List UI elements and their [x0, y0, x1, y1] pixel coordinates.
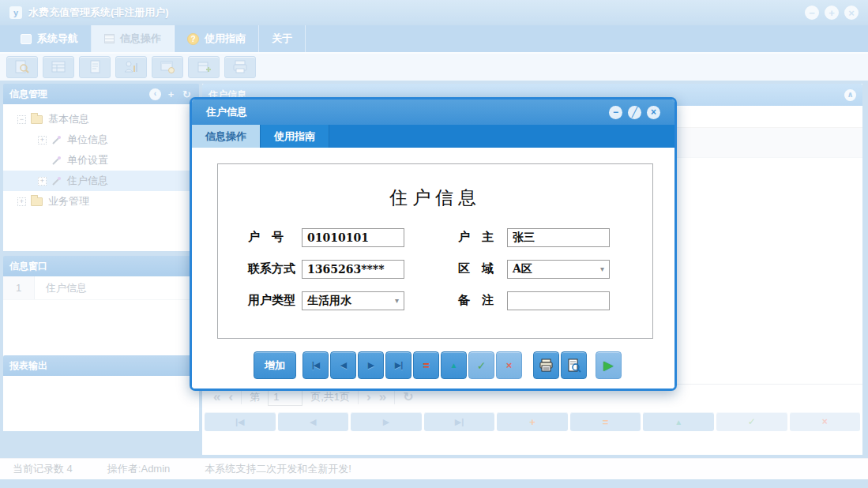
field-label-contact: 联系方式 — [248, 261, 302, 276]
edit-record-button[interactable]: ▲ — [441, 351, 467, 379]
user-type-select-value: 生活用水 — [307, 294, 351, 308]
field-label-user-type: 用户类型 — [248, 293, 302, 308]
region-select-value: A区 — [513, 262, 532, 276]
last-record-button[interactable]: ▶| — [385, 351, 411, 379]
dialog-title: 住户信息 — [206, 105, 247, 119]
field-label-account-no: 户 号 — [248, 230, 302, 245]
form-heading: 住户信息 — [218, 186, 652, 210]
print-preview-icon — [566, 358, 582, 373]
account-no-input[interactable] — [302, 228, 404, 247]
app-window: y 水费充值管理系统(非注册用户) − + × 系统导航 信息操作 ? 使用指南… — [0, 0, 868, 488]
dialog-button-bar: 增加 |◀ ◀ ▶ ▶| = ▲ ✓ × ▶ — [254, 351, 622, 379]
user-type-select[interactable]: 生活用水 ▾ — [302, 291, 404, 310]
last-record-icon: ▶| — [395, 360, 403, 370]
run-icon: ▶ — [603, 358, 613, 373]
resident-form: 住户信息 户 号 户 主 联系方式 区 域 A区 ▾ — [217, 163, 653, 339]
next-record-icon: ▶ — [368, 360, 374, 370]
dialog-close-button[interactable]: × — [647, 106, 660, 119]
chevron-down-icon: ▾ — [395, 296, 399, 305]
delete-record-button[interactable]: = — [413, 351, 439, 379]
dialog-body: 住户信息 户 号 户 主 联系方式 区 域 A区 ▾ — [192, 148, 674, 389]
first-record-button[interactable]: |◀ — [302, 351, 329, 379]
dialog-title-bar[interactable]: 住户信息 − ╱ × — [192, 99, 674, 125]
remark-input[interactable] — [507, 291, 610, 310]
confirm-icon: ✓ — [477, 359, 487, 372]
chevron-down-icon: ▾ — [600, 265, 604, 273]
field-label-region: 区 域 — [458, 261, 507, 276]
resident-info-dialog: 住户信息 − ╱ × 信息操作 使用指南 住户信息 户 号 户 主 — [190, 97, 677, 391]
region-select[interactable]: A区 ▾ — [507, 260, 610, 279]
print-preview-button[interactable] — [561, 351, 587, 379]
cancel-icon: × — [506, 359, 513, 371]
field-label-owner: 户 主 — [458, 230, 507, 245]
print-icon — [539, 358, 554, 373]
print-button[interactable] — [533, 351, 559, 379]
dialog-pin-button[interactable]: ╱ — [628, 106, 641, 119]
run-button[interactable]: ▶ — [596, 351, 622, 379]
cancel-edit-button[interactable]: × — [496, 351, 522, 379]
add-button[interactable]: 增加 — [254, 351, 296, 379]
confirm-button[interactable]: ✓ — [468, 351, 494, 379]
dialog-tab-info-operate[interactable]: 信息操作 — [192, 125, 261, 148]
dialog-tab-bar: 信息操作 使用指南 — [192, 125, 674, 148]
dialog-minimize-button[interactable]: − — [609, 106, 622, 119]
field-label-remark: 备 注 — [458, 293, 507, 308]
edit-icon: ▲ — [450, 361, 458, 370]
delete-icon: = — [423, 359, 429, 372]
next-record-button[interactable]: ▶ — [358, 351, 384, 379]
first-record-icon: |◀ — [312, 360, 320, 370]
contact-input[interactable] — [302, 260, 404, 279]
prev-record-icon: ◀ — [340, 360, 346, 370]
dialog-tab-user-guide[interactable]: 使用指南 — [261, 125, 329, 148]
owner-input[interactable] — [507, 228, 610, 247]
prev-record-button[interactable]: ◀ — [330, 351, 356, 379]
